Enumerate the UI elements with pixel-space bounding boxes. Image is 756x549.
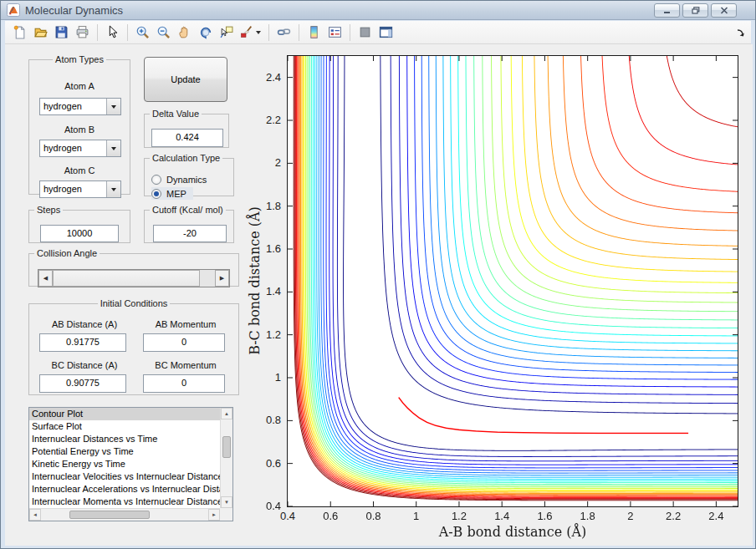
radio-icon[interactable] — [151, 175, 161, 185]
cursor-icon — [105, 25, 120, 39]
horizontal-scrollbar[interactable]: ◄ ► — [29, 508, 220, 521]
bc-momentum-field[interactable]: 0 — [143, 374, 225, 393]
dropdown-caret-icon[interactable] — [256, 31, 261, 34]
delta-value-field[interactable]: 0.424 — [151, 129, 223, 147]
minimize-icon — [663, 7, 672, 14]
x-tick-label: 0.8 — [355, 510, 391, 522]
toolbar-separator — [268, 24, 269, 41]
zoom-in-icon — [135, 25, 150, 39]
chevron-down-icon[interactable] — [106, 140, 120, 156]
minimize-button[interactable] — [654, 3, 680, 18]
x-tick-label: 1.6 — [526, 510, 563, 522]
cursor-button[interactable] — [102, 23, 122, 43]
bc-distance-label: BC Distance (A) — [38, 360, 131, 370]
radio-icon[interactable] — [151, 189, 161, 199]
toolbar-separator — [97, 24, 98, 41]
atom-b-dropdown[interactable]: hydrogen — [39, 140, 121, 157]
y-tick-label: 0.8 — [244, 414, 281, 426]
scroll-left-icon[interactable]: ◄ — [29, 509, 41, 521]
hide-plot-tools-icon — [358, 25, 372, 39]
ab-distance-field[interactable]: 0.91775 — [39, 333, 126, 352]
y-tick-label: 2 — [244, 156, 281, 169]
list-item[interactable]: Surface Plot — [29, 420, 220, 433]
contour-plot-canvas[interactable] — [288, 56, 738, 506]
insert-legend-button[interactable] — [324, 23, 345, 43]
dock-figure-arrow-icon[interactable] — [736, 27, 746, 37]
list-item[interactable]: Kinetic Energy vs Time — [29, 458, 220, 470]
brush-button[interactable] — [237, 23, 263, 43]
y-axis-label: B-C bond distance (Å) — [247, 206, 263, 355]
atom-a-dropdown[interactable]: hydrogen — [39, 98, 121, 115]
horizontal-scroll-thumb[interactable] — [69, 511, 150, 519]
list-item[interactable]: Internuclear Distances vs Time — [29, 433, 220, 445]
pan-icon — [177, 25, 192, 39]
update-button[interactable]: Update — [144, 57, 227, 102]
collision-angle-panel: Collision Angle ◀ ▶ — [28, 248, 239, 287]
x-tick-label: 1.8 — [570, 510, 606, 522]
ab-distance-label: AB Distance (A) — [38, 319, 131, 329]
open-file-button[interactable] — [30, 23, 50, 43]
chevron-down-icon[interactable] — [106, 99, 120, 114]
hide-plot-tools-button[interactable] — [355, 23, 375, 43]
list-item[interactable]: Contour Plot — [29, 408, 220, 420]
list-item[interactable]: Internuclear Momenta vs Internuclear Dis… — [29, 496, 220, 508]
vertical-scrollbar[interactable]: ▲ ▼ — [220, 408, 232, 508]
atom-a-label: Atom A — [29, 81, 130, 91]
steps-panel: Steps 10000 — [28, 205, 130, 243]
delta-value-title: Delta Value — [150, 109, 202, 119]
slider-right-arrow[interactable]: ▶ — [215, 270, 229, 287]
new-file-icon — [13, 25, 27, 39]
plot-type-listbox: Contour PlotSurface PlotInternuclear Dis… — [28, 407, 233, 521]
rotate-3d-button[interactable] — [195, 23, 215, 43]
cutoff-panel: Cutoff (Kcal/ mol) -20 — [144, 205, 234, 243]
restore-icon — [692, 7, 700, 14]
y-tick-label: 0.6 — [244, 457, 281, 470]
scroll-right-icon[interactable]: ► — [208, 509, 220, 521]
scroll-up-icon[interactable]: ▲ — [221, 408, 232, 419]
brush-icon — [239, 25, 253, 39]
y-tick-label: 2.4 — [244, 71, 281, 84]
data-cursor-icon — [219, 25, 233, 39]
figure-toolbar — [5, 21, 751, 44]
cutoff-field[interactable]: -20 — [153, 225, 227, 242]
steps-field[interactable]: 10000 — [40, 225, 119, 242]
ab-momentum-field[interactable]: 0 — [143, 333, 225, 352]
close-button[interactable] — [711, 3, 737, 18]
chevron-down-icon[interactable] — [106, 181, 120, 197]
print-button[interactable] — [72, 23, 92, 43]
new-file-button[interactable] — [9, 23, 29, 43]
x-tick-label: 2 — [612, 510, 649, 522]
scroll-down-icon[interactable]: ▼ — [221, 496, 232, 508]
vertical-scroll-thumb[interactable] — [222, 436, 231, 458]
window-titlebar: Molecular Dynamics — [1, 1, 755, 20]
save-button[interactable] — [51, 23, 71, 43]
atom-c-dropdown[interactable]: hydrogen — [39, 180, 121, 198]
pan-button[interactable] — [174, 23, 194, 43]
cutoff-title: Cutoff (Kcal/ mol) — [150, 205, 226, 215]
insert-colorbar-button[interactable] — [304, 23, 324, 43]
contour-plot-axes — [287, 55, 738, 507]
figure-client-area: Atom Types Atom A hydrogen Atom B hydrog… — [5, 44, 753, 546]
x-tick-label: 1 — [398, 510, 435, 522]
dynamics-radio[interactable]: Dynamics — [151, 173, 207, 186]
collision-angle-slider[interactable]: ◀ ▶ — [38, 269, 230, 287]
list-item[interactable]: Potential Energy vs Time — [29, 445, 220, 458]
calculation-type-panel: Calculation Type Dynamics MEP — [144, 153, 234, 196]
restore-button[interactable] — [682, 3, 708, 18]
slider-left-arrow[interactable]: ◀ — [38, 270, 53, 287]
bc-distance-field[interactable]: 0.90775 — [39, 374, 126, 393]
list-item[interactable]: Internuclear Accelerations vs Internucle… — [29, 483, 220, 496]
show-plot-tools-button[interactable] — [375, 23, 396, 43]
mep-radio[interactable]: MEP — [151, 187, 193, 200]
toolbar-separator — [350, 24, 350, 41]
list-item[interactable]: Internuclear Velocities vs Internuclear … — [29, 470, 220, 483]
rotate-3d-icon — [198, 25, 212, 39]
zoom-out-button[interactable] — [153, 23, 173, 43]
show-plot-tools-icon — [379, 25, 393, 39]
x-tick-label: 1.4 — [483, 510, 520, 522]
zoom-in-button[interactable] — [132, 23, 152, 43]
link-plots-button[interactable] — [273, 23, 294, 43]
delta-value-panel: Delta Value 0.424 — [144, 109, 229, 148]
data-cursor-button[interactable] — [216, 23, 236, 43]
slider-thumb[interactable] — [53, 270, 200, 287]
